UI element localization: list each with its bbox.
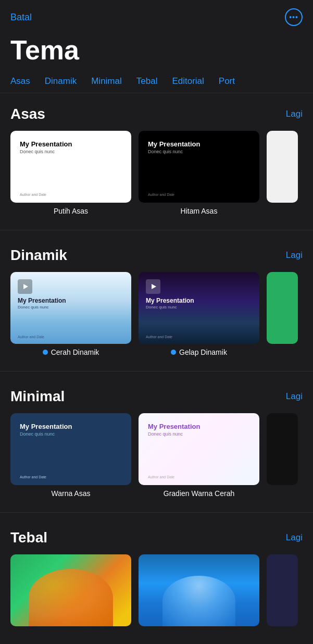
cerah-dinamik-top: My Presentation Donec quis nunc [18,279,124,309]
nav-item-tebal[interactable]: Tebal [129,74,165,93]
hitam-asas-label: Hitam Asas [181,207,218,215]
cerah-dinamik-pres-title: My Presentation [18,297,124,304]
dinamik-title: Dinamik [10,247,67,264]
tebal-2-photo [139,554,259,626]
play-triangle-cerah [23,284,28,289]
gradien-card-wrapper: My Presentation Donec quis nunc Author a… [139,413,259,498]
tebal-cards-row [10,554,303,637]
divider-1 [0,230,313,230]
tebal-1-card[interactable] [10,554,131,626]
dinamik-section-header: Dinamik Lagi [10,247,303,264]
tebal-partial-card-wrapper [267,554,298,630]
dinamik-partial-card[interactable] [267,272,298,344]
nav-item-asas[interactable]: Asas [10,74,37,93]
tebal-title: Tebal [10,529,47,546]
asas-section-header: Asas Lagi [10,106,303,122]
gelap-dinamik-label-row: Gelap Dinamik [171,348,227,356]
minimal-more-button[interactable]: Lagi [286,391,303,402]
gradien-pres-subtitle: Donec quis nunc [148,431,250,437]
asas-title: Asas [10,106,45,122]
cancel-button[interactable]: Batal [10,12,32,23]
warna-asas-card-wrapper: My Presentation Donec quis nunc Author a… [10,413,131,498]
putih-asas-content: My Presentation Donec quis nunc [20,140,122,154]
minimal-section: Minimal Lagi My Presentation Donec quis … [0,376,313,508]
play-icon-cerah [18,279,32,294]
hitam-asas-pres-title: My Presentation [148,140,250,148]
gelap-dinamik-card[interactable]: My Presentation Donec quis nunc Author a… [139,272,259,344]
nav-item-editorial[interactable]: Editorial [165,74,211,93]
hitam-asas-card[interactable]: My Presentation Donec quis nunc Author a… [139,131,259,203]
cerah-dinamik-label-row: Cerah Dinamik [43,348,99,356]
tebal-2-card-wrapper [139,554,259,630]
putih-asas-card-wrapper: My Presentation Donec quis nunc Author a… [10,131,131,215]
gradien-pres-title: My Presentation [148,423,250,430]
page-title: Tema [0,30,313,74]
tebal-section: Tebal Lagi [0,517,313,641]
minimal-partial-card[interactable] [267,413,298,485]
gelap-dinamik-label: Gelap Dinamik [179,348,227,356]
header: Batal ••• [0,0,313,30]
gradien-label: Gradien Warna Cerah [164,489,234,498]
tebal-partial-card[interactable] [267,554,298,626]
tebal-more-button[interactable]: Lagi [286,532,303,543]
divider-3 [0,512,313,513]
minimal-title: Minimal [10,388,65,405]
category-nav: Asas Dinamik Minimal Tebal Editorial Por… [0,74,313,93]
dinamik-section: Dinamik Lagi My Presentation Donec quis … [0,234,313,367]
warna-asas-label: Warna Asas [52,489,91,498]
gelap-dinamik-author: Author and Date [146,335,252,339]
hitam-asas-content: My Presentation Donec quis nunc [148,140,250,154]
warna-asas-pres-title: My Presentation [20,423,122,430]
warna-asas-card[interactable]: My Presentation Donec quis nunc Author a… [10,413,131,485]
nav-item-dinamik[interactable]: Dinamik [37,74,84,93]
play-icon-gelap [146,279,160,294]
dinamik-more-button[interactable]: Lagi [286,250,303,261]
cerah-dinamik-dot [43,350,48,355]
nav-item-minimal[interactable]: Minimal [84,74,129,93]
gradien-content: My Presentation Donec quis nunc [148,423,250,437]
gelap-dinamik-top: My Presentation Donec quis nunc [146,279,252,309]
putih-asas-label: Putih Asas [54,207,88,215]
nav-item-port[interactable]: Port [211,74,242,93]
dinamik-partial-card-wrapper [267,272,298,356]
tebal-2-card[interactable] [139,554,259,626]
hitam-asas-pres-subtitle: Donec quis nunc [148,149,250,154]
putih-asas-card[interactable]: My Presentation Donec quis nunc Author a… [10,131,131,203]
tebal-1-card-wrapper [10,554,131,630]
more-icon: ••• [289,13,298,21]
asas-more-button[interactable]: Lagi [286,109,303,119]
gelap-dinamik-card-wrapper: My Presentation Donec quis nunc Author a… [139,272,259,356]
tebal-section-header: Tebal Lagi [10,529,303,546]
hitam-asas-author: Author and Date [148,193,250,196]
gelap-dinamik-dot [171,350,176,355]
tebal-1-photo [10,554,131,626]
cerah-dinamik-pres-subtitle: Donec quis nunc [18,305,124,309]
minimal-partial-card-wrapper [267,413,298,498]
gradien-card[interactable]: My Presentation Donec quis nunc Author a… [139,413,259,485]
divider-2 [0,371,313,371]
cerah-dinamik-card-wrapper: My Presentation Donec quis nunc Author a… [10,272,131,356]
dinamik-cards-row: My Presentation Donec quis nunc Author a… [10,272,303,363]
gelap-dinamik-pres-subtitle: Donec quis nunc [146,305,252,309]
gradien-author: Author and Date [148,475,250,479]
cerah-dinamik-author: Author and Date [18,335,124,339]
putih-asas-pres-title: My Presentation [20,140,122,148]
warna-asas-author: Author and Date [20,475,122,479]
minimal-section-header: Minimal Lagi [10,388,303,405]
play-triangle-gelap [152,284,156,289]
cerah-dinamik-card[interactable]: My Presentation Donec quis nunc Author a… [10,272,131,344]
gelap-dinamik-pres-title: My Presentation [146,297,252,304]
putih-asas-pres-subtitle: Donec quis nunc [20,149,122,154]
asas-partial-card-wrapper [267,131,298,215]
warna-asas-pres-subtitle: Donec quis nunc [20,431,122,437]
warna-asas-content: My Presentation Donec quis nunc [20,423,122,437]
more-button[interactable]: ••• [285,8,303,26]
putih-asas-author: Author and Date [20,193,122,196]
cerah-dinamik-label: Cerah Dinamik [51,348,99,356]
asas-cards-row: My Presentation Donec quis nunc Author a… [10,131,303,221]
asas-section: Asas Lagi My Presentation Donec quis nun… [0,93,313,226]
hitam-asas-card-wrapper: My Presentation Donec quis nunc Author a… [139,131,259,215]
minimal-cards-row: My Presentation Donec quis nunc Author a… [10,413,303,504]
asas-partial-card[interactable] [267,131,298,203]
